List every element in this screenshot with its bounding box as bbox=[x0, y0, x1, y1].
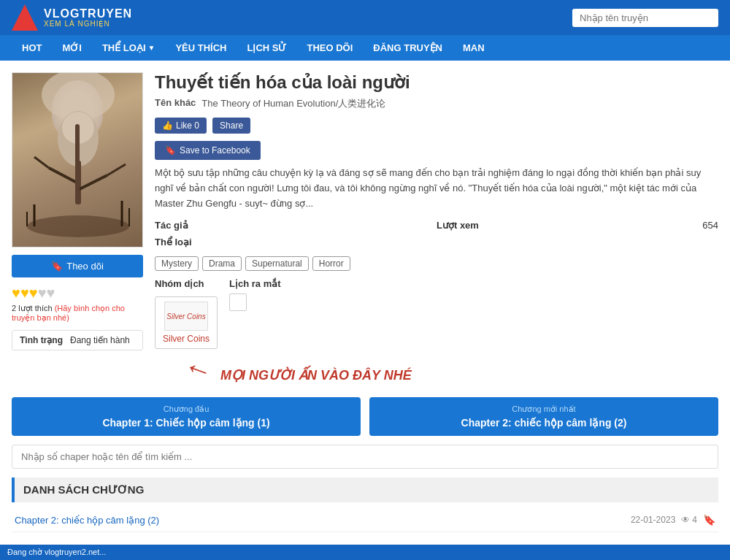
chapter-list-title: DANH SÁCH CHƯƠNG bbox=[12, 477, 718, 502]
latest-chapter-button[interactable]: Chương mới nhất Chapter 2: chiếc hộp câm… bbox=[369, 397, 718, 436]
nav-dang-truyen[interactable]: ĐĂNG TRUYỆN bbox=[363, 35, 453, 61]
svg-line-7 bbox=[107, 164, 126, 175]
nav-theo-doi[interactable]: THEO DÕI bbox=[296, 35, 363, 61]
cover-image bbox=[12, 72, 143, 248]
nav-lich-su[interactable]: LỊCH SỬ bbox=[237, 35, 296, 61]
follow-button[interactable]: 🔖 Theo dõi bbox=[12, 255, 143, 277]
logo-area: VLOGTRUYEN XEM LÀ NGHIỆN bbox=[12, 4, 132, 31]
first-chapter-button[interactable]: Chương đầu Chapter 1: Chiếc hộp câm lặng… bbox=[12, 397, 361, 436]
group-card[interactable]: Silver Coins Silver Coins bbox=[155, 296, 218, 349]
nav-man[interactable]: MAN bbox=[453, 35, 495, 61]
chapter-date: 22-01-2023 bbox=[631, 515, 675, 525]
group-section: Nhóm dịch Silver Coins Silver Coins bbox=[155, 278, 218, 349]
group-release-row: Nhóm dịch Silver Coins Silver Coins Lịch… bbox=[155, 278, 718, 349]
views-value: 654 bbox=[702, 220, 718, 231]
manga-detail: 🔖 Theo dõi ♥♥♥♥♥ 2 lượt thích (Hãy bình … bbox=[12, 72, 718, 386]
svg-line-6 bbox=[34, 157, 49, 168]
bookmark-icon: 🔖 bbox=[51, 261, 63, 272]
arrow-icon: ← bbox=[180, 349, 218, 390]
social-row: 👍 Like 0 Share bbox=[155, 118, 718, 134]
nav-the-loai[interactable]: THỂ LOẠI ▼ bbox=[92, 35, 166, 61]
cover-art bbox=[12, 73, 142, 247]
status-area: Tình trạng Đang tiến hành bbox=[12, 330, 143, 350]
genre-tags: Mystery Drama Supernatural Horror bbox=[155, 256, 437, 271]
tag-supernatural[interactable]: Supernatural bbox=[245, 256, 309, 271]
svg-line-5 bbox=[78, 175, 107, 190]
bookmark-save-icon: 🔖 bbox=[165, 145, 176, 156]
nav-hot[interactable]: HOT bbox=[12, 35, 52, 61]
views-label: Lượt xem bbox=[437, 220, 479, 231]
save-fb-row: 🔖 Save to Facebook bbox=[155, 141, 718, 160]
manga-title: Thuyết tiến hóa của loài người bbox=[155, 72, 718, 93]
manga-description: Một bộ sưu tập những câu chuyện kỳ lạ và… bbox=[155, 166, 718, 211]
save-fb-button[interactable]: 🔖 Save to Facebook bbox=[155, 141, 261, 160]
nav-bar: HOT MỚI THỂ LOẠI ▼ YÊU THÍCH LỊCH SỬ THE… bbox=[0, 35, 730, 61]
tag-mystery[interactable]: Mystery bbox=[155, 256, 199, 271]
right-panel: Thuyết tiến hóa của loài người Tên khác … bbox=[155, 72, 718, 386]
cover-svg bbox=[12, 73, 143, 248]
search-input[interactable] bbox=[572, 9, 718, 27]
rating-area: ♥♥♥♥♥ 2 lượt thích (Hãy bình chọn cho tr… bbox=[12, 285, 143, 323]
svg-point-2 bbox=[62, 112, 94, 144]
logo-triangle-icon bbox=[12, 4, 38, 31]
chevron-down-icon: ▼ bbox=[148, 44, 155, 52]
info-grid: Tác giả Lượt xem 654 Thể loại Mystery Dr… bbox=[155, 220, 718, 271]
fb-share-button[interactable]: Share bbox=[212, 118, 250, 134]
genre-row: Thể loại bbox=[155, 237, 437, 248]
chapter-buttons: Chương đầu Chapter 1: Chiếc hộp câm lặng… bbox=[12, 397, 718, 436]
main-content: 🔖 Theo dõi ♥♥♥♥♥ 2 lượt thích (Hãy bình … bbox=[0, 61, 730, 544]
svg-line-4 bbox=[49, 168, 77, 183]
annotation-text: MỌI NGƯỜI ẤN VÀO ĐÂY NHÉ bbox=[220, 367, 412, 383]
eye-icon: 👁 bbox=[681, 515, 690, 525]
thumbs-up-icon: 👍 bbox=[162, 120, 173, 131]
annotation-area: ← MỌI NGƯỜI ẤN VÀO ĐÂY NHÉ bbox=[155, 353, 718, 386]
table-row: Chapter 2: chiếc hộp câm lặng (2) 22-01-… bbox=[12, 508, 718, 532]
alt-name-row: Tên khác The Theory of Human Evolution/人… bbox=[155, 97, 718, 110]
top-bar: VLOGTRUYEN XEM LÀ NGHIỆN bbox=[0, 0, 730, 35]
bookmark-chapter-icon[interactable]: 🔖 bbox=[703, 514, 715, 526]
chapter-views: 👁 4 bbox=[681, 515, 697, 525]
chapter-search-input[interactable] bbox=[12, 445, 718, 469]
star-rating[interactable]: ♥♥♥♥♥ bbox=[12, 285, 143, 302]
group-logo: Silver Coins bbox=[164, 302, 208, 331]
nav-yeu-thich[interactable]: YÊU THÍCH bbox=[165, 35, 237, 61]
fb-like-button[interactable]: 👍 Like 0 bbox=[155, 118, 207, 134]
left-panel: 🔖 Theo dõi ♥♥♥♥♥ 2 lượt thích (Hãy bình … bbox=[12, 72, 143, 386]
svg-rect-3 bbox=[75, 161, 81, 204]
chapter-meta: 22-01-2023 👁 4 🔖 bbox=[631, 514, 715, 526]
svg-point-8 bbox=[27, 215, 129, 237]
logo-text: VLOGTRUYEN XEM LÀ NGHIỆN bbox=[44, 7, 132, 28]
chapter-link[interactable]: Chapter 2: chiếc hộp câm lặng (2) bbox=[15, 515, 159, 526]
tag-horror[interactable]: Horror bbox=[312, 256, 350, 271]
nav-moi[interactable]: MỚI bbox=[52, 35, 91, 61]
logo-sub: XEM LÀ NGHIỆN bbox=[44, 20, 132, 28]
author-label: Tác giả bbox=[155, 220, 437, 231]
release-section: Lịch ra mắt bbox=[229, 278, 718, 311]
rating-count: 2 lượt thích (Hãy bình chọn cho truyện b… bbox=[12, 304, 143, 323]
logo-main: VLOGTRUYEN bbox=[44, 7, 132, 20]
tag-drama[interactable]: Drama bbox=[202, 256, 242, 271]
